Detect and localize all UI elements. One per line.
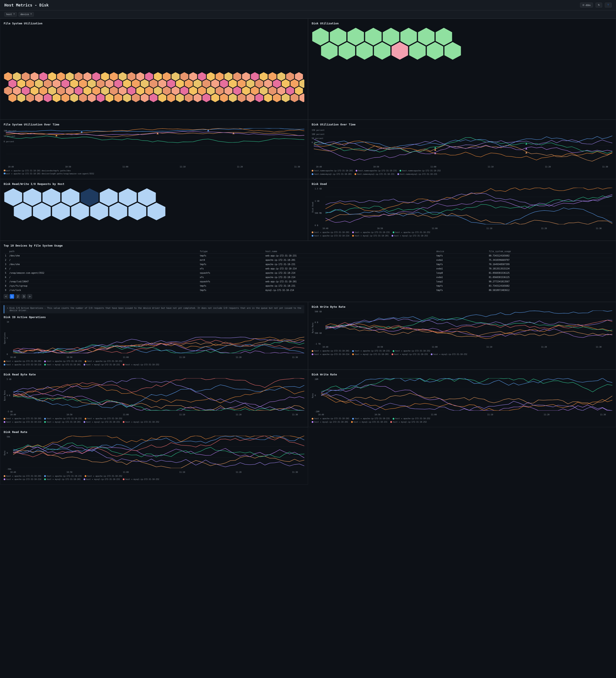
disk-io-y-label: Operations	[4, 332, 6, 344]
disk-util-time-legend: host.name=apache-ip-172-31-18-201 host.n…	[312, 169, 612, 176]
panel-title-disk-read-rate: Disk Read Rate	[4, 430, 304, 434]
page-2-button[interactable]: 2	[15, 294, 20, 299]
disk-wr-x-axis: 10:40 10:50 11:00 11:10 11:20 11:30	[312, 414, 612, 416]
disk-wbr-y-label: Byte Rate	[312, 323, 314, 333]
panel-title-top10: Top 10 Devices by File System Usage	[4, 244, 612, 247]
panel-disk-read-rate: Disk Read Rate Rate 50k 0 -50k 10:40 10:…	[0, 427, 308, 485]
disk-rbr-legend: host = apache-ip-172-31-18-201 host = ap…	[4, 417, 304, 424]
col-fstype: fstype	[199, 249, 264, 254]
panel-title-disk-util-over-time: Disk Utilization Over Time	[312, 123, 612, 126]
panel-disk-write-byte-rate: Disk Write Byte Rate Byte Rate 500 GB 0 …	[308, 302, 616, 370]
page-1-button[interactable]: 1	[10, 294, 14, 299]
refresh-icon: ↻	[598, 4, 600, 6]
fs-time-legend: host = apache-ip-172-31-18-201 device=de…	[4, 169, 304, 176]
time-range-label: -60m	[585, 4, 590, 6]
disk-io-chart-area: 10 5 0	[7, 321, 304, 355]
panel-title-disk-util: Disk Utilization	[312, 22, 612, 25]
refresh-button[interactable]: ↻	[596, 3, 602, 7]
disk-rr-y-label: Rate	[4, 451, 6, 455]
panel-title-disk-used: Disk Used	[312, 182, 612, 186]
panel-disk-read-byte-rate: Disk Read Byte Rate Byte Rate 5 GB 0 B -…	[0, 370, 308, 427]
panel-title-fs-over-time: File System Utilization Over Time	[4, 123, 304, 126]
table-row: 4 / xfs web-app-ip-172-32-18-214 xvda1 7…	[4, 267, 612, 271]
disk-used-y-axis: 1.5 GB 1 GB 500 MB 0 B	[315, 188, 322, 226]
disk-rr-chart-container: Rate 50k 0 -50k	[4, 436, 304, 470]
disk-wbr-chart-container: Byte Rate 500 GB 0 B 500 GB -1 TB	[312, 310, 612, 345]
x-label-4: 11:10	[180, 166, 186, 168]
col-usage: file_system_usage	[487, 249, 612, 254]
disk-rr-y-axis: 50k 0 -50k	[7, 436, 11, 470]
disk-util-y-axis: 150 percent 100 percent 50 percent 0 per…	[312, 128, 325, 145]
fs-hex-chart	[4, 28, 304, 71]
disk-io-y-axis: 10 5 0	[7, 321, 9, 355]
table-row: 7 /snap/lxd/19647 squashfs web-app-ip-17…	[4, 279, 612, 284]
panel-disk-utilization: Disk Utilization	[308, 18, 616, 120]
panel-disk-used: Disk Used Disk Used 1.5 GB 1 GB 500 MB 0…	[308, 179, 616, 241]
disk-used-legend: host = apache-ip-172-31-18-201 host = ap…	[312, 231, 612, 237]
filter-device[interactable]: device *	[18, 12, 34, 16]
pagination: < 1 2 3 >	[4, 294, 612, 299]
disk-wbr-y-axis: 500 GB 0 B 500 GB -1 TB	[315, 310, 322, 345]
panel-title-disk-write-byte: Disk Write Byte Rate	[312, 305, 612, 308]
dashboard: File System Utilization Disk Utilization…	[0, 18, 616, 485]
disk-wr-legend: host = apache-ip-172-31-18-201 host = ap…	[312, 417, 612, 424]
table-row: 2 / ext4 apache-ip-172-31-18-201 xvda1 7…	[4, 258, 612, 262]
col-device: device	[435, 249, 488, 254]
page-header: Host Metrics - Disk ⊙ -60m ↻ ⊤	[0, 0, 616, 10]
table-row: 1 /dev/shm tmpfs web-app-ip-172-31-18-23…	[4, 254, 612, 258]
table-row: 8 /sys/fs/cgroup tmpfs apache-ip-172-31-…	[4, 284, 612, 288]
disk-rr-x-axis: 10:40 10:50 11:00 11:10 11:20 11:30	[4, 471, 304, 473]
disk-io-legend: host = apache-ip-172-31-18-201 host = ap…	[4, 360, 304, 366]
filter-button[interactable]: ⊤	[605, 3, 612, 7]
table-row: 5 /snap/amazon-ssm-agent/3552 squashfs a…	[4, 271, 612, 275]
disk-wr-chart-area: 20M 0 -20M	[315, 378, 612, 413]
col-num	[4, 249, 8, 254]
disk-io-x-axis: 10:40 10:50 11:00 11:10 11:20 11:30	[4, 356, 304, 359]
prev-page-button[interactable]: <	[4, 294, 8, 299]
col-hostname: host.name	[264, 249, 435, 254]
x-label-5: 11:20	[237, 166, 243, 168]
disk-io-info-text: • Disk I/O Active Operations - This valu…	[7, 307, 302, 312]
panel-disk-rw-requests: Disk Read/Write I/O Requests by Host	[0, 179, 308, 241]
panel-title-fs-util: File System Utilization	[4, 22, 304, 25]
fs-hex-grid	[4, 27, 304, 116]
disk-wbr-x-axis: 10:40 10:50 11:00 11:10 11:20 11:30	[312, 346, 612, 348]
time-range-button[interactable]: ⊙ -60m	[580, 3, 593, 7]
x-label-6: 11:30	[294, 166, 300, 168]
disk-util-x-axis: 10:40 10:50 11:00 11:10 11:20 11:30	[312, 166, 612, 168]
fs-x-axis: 10:40 10:50 11:00 11:10 11:20 11:30	[4, 166, 304, 168]
disk-io-chart-container: Operations 10 5 0	[4, 321, 304, 355]
header-controls: ⊙ -60m ↻ ⊤	[580, 3, 612, 7]
disk-used-y-label: Disk Used	[312, 202, 314, 213]
filter-host[interactable]: host *	[4, 12, 17, 16]
disk-wr-y-label: Rate	[312, 393, 314, 398]
panel-title-disk-io-active: Disk IO Active Operations	[4, 315, 304, 319]
panel-disk-write-rate: Disk Write Rate Rate 20M 0 -20M 10:40 10…	[308, 370, 616, 427]
page-title: Host Metrics - Disk	[4, 3, 49, 7]
panel-fs-over-time: File System Utilization Over Time 100 pe…	[0, 120, 308, 179]
filters-bar: host * device *	[0, 10, 616, 18]
disk-rbr-chart-area: 5 GB 0 B -5 GB	[7, 378, 304, 413]
disk-used-x-axis: 10:40 10:50 11:00 11:10 11:20 11:30	[312, 227, 612, 229]
table-row: 6 / xfs apache-ip-172-32-18-214 xvda1 81…	[4, 275, 612, 279]
fs-y-axis: 100 percent 50 percent 0 percent	[4, 128, 16, 145]
next-page-button[interactable]: >	[27, 294, 32, 299]
disk-used-chart-container: Disk Used 1.5 GB 1 GB 500 MB 0 B	[312, 188, 612, 226]
disk-rbr-y-label: Byte Rate	[4, 390, 6, 401]
panel-file-system-utilization: File System Utilization	[0, 18, 308, 120]
table-row: 3 /dev/shm tmpfs apache-ip-172-31-18-231…	[4, 262, 612, 267]
panel-title-disk-write-rate: Disk Write Rate	[312, 373, 612, 376]
panel-title-disk-read-byte: Disk Read Byte Rate	[4, 373, 304, 376]
page-3-button[interactable]: 3	[22, 294, 26, 299]
disk-util-time-chart-area: 150 percent 100 percent 50 percent 0 per…	[312, 128, 612, 165]
disk-wbr-chart-area: 500 GB 0 B 500 GB -1 TB	[315, 310, 612, 345]
disk-rbr-chart-container: Byte Rate 5 GB 0 B -5 GB	[4, 378, 304, 413]
disk-wr-y-axis: 20M 0 -20M	[315, 378, 319, 413]
panel-disk-util-over-time: Disk Utilization Over Time 150 percent 1…	[308, 120, 616, 179]
top10-table: path fstype host.name device file_system…	[4, 249, 612, 293]
panel-top10-table: Top 10 Devices by File System Usage path…	[0, 241, 616, 302]
disk-io-info-box: • Disk I/O Active Operations - This valu…	[4, 305, 304, 313]
x-label-3: 11:00	[123, 166, 128, 168]
x-label-2: 10:50	[65, 166, 71, 168]
x-label-1: 10:40	[8, 166, 14, 168]
